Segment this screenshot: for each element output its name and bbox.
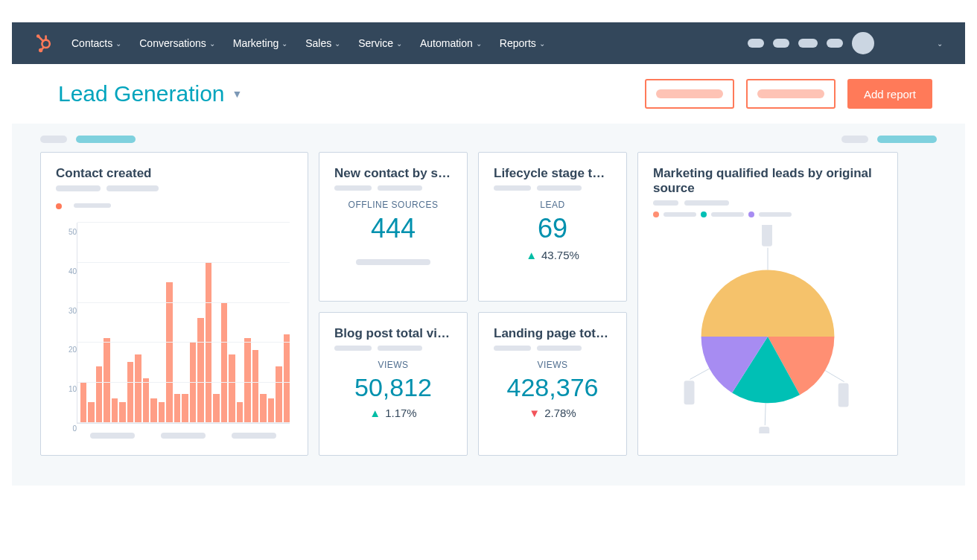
nav-right: ⌄ (748, 32, 943, 54)
dashboard-title-dropdown[interactable]: Lead Generation ▼ (58, 81, 242, 106)
pie-label (762, 225, 772, 246)
bar (135, 354, 141, 422)
nav-service[interactable]: Service⌄ (358, 37, 402, 49)
card-subtitle (56, 185, 293, 191)
header-actions: Add report (645, 79, 932, 109)
card-title: New contact by source (334, 166, 452, 181)
user-avatar[interactable] (852, 32, 874, 54)
nav-marketing[interactable]: Marketing⌄ (233, 37, 287, 49)
bar (213, 394, 219, 422)
page-title-text: Lead Generation (58, 81, 225, 106)
card-title: Marketing qualified leads by original so… (653, 166, 882, 196)
metric-trend: ▲43.75% (494, 249, 611, 261)
pie-legend (653, 211, 882, 217)
card-landing-page-views[interactable]: Landing page total… VIEWS 428,376 ▼2.78% (478, 312, 627, 456)
filter-pill[interactable] (40, 136, 67, 143)
nav-reports[interactable]: Reports⌄ (500, 37, 545, 49)
bar (159, 402, 165, 422)
pie-label (838, 384, 849, 407)
card-title: Landing page total… (494, 326, 611, 341)
filter-pill[interactable] (841, 136, 868, 143)
dashboard-area: Contact created 01020304050 New contact … (12, 124, 965, 486)
add-report-button[interactable]: Add report (847, 79, 932, 109)
bar (229, 354, 235, 422)
chart-legend (56, 199, 293, 212)
pie-label (684, 381, 695, 404)
nav-action[interactable] (773, 39, 789, 48)
page-header: Lead Generation ▼ Add report (0, 64, 977, 118)
card-mql-by-source[interactable]: Marketing qualified leads by original so… (637, 152, 898, 456)
svg-point-5 (39, 49, 42, 51)
chevron-down-icon: ⌄ (396, 39, 402, 48)
svg-point-2 (37, 35, 39, 36)
nav-sales[interactable]: Sales⌄ (305, 37, 340, 49)
card-blog-post-views[interactable]: Blog post total views VIEWS 50,812 ▲1.17… (319, 312, 468, 456)
bar (127, 362, 133, 422)
metric-value: 428,376 (494, 373, 611, 402)
card-title: Contact created (56, 166, 293, 181)
chevron-down-icon: ⌄ (476, 39, 482, 48)
chevron-down-icon: ⌄ (539, 39, 545, 48)
mql-pie-chart (653, 217, 882, 441)
card-lifecycle-stage-totals[interactable]: Lifecycle stage totals LEAD 69 ▲43.75% (478, 152, 627, 302)
bar (276, 366, 281, 422)
bar (284, 334, 290, 422)
nav-contacts[interactable]: Contacts⌄ (71, 37, 121, 49)
bar (104, 338, 109, 422)
chevron-down-icon: ⌄ (115, 39, 121, 48)
metric-label: VIEWS (494, 360, 611, 370)
metric-value: 50,812 (334, 373, 452, 402)
nav-action[interactable] (798, 39, 818, 48)
bar (150, 398, 156, 422)
card-contact-created[interactable]: Contact created 01020304050 (40, 152, 308, 456)
filter-pill-active[interactable] (76, 136, 136, 143)
nav-action[interactable] (748, 39, 764, 48)
pie-label (759, 427, 769, 433)
metric-trend: ▼2.78% (494, 407, 611, 419)
bar (143, 378, 149, 422)
metric-trend: ▲1.17% (334, 407, 452, 419)
chevron-down-icon: ⌄ (281, 39, 287, 48)
metric-label: VIEWS (334, 360, 452, 370)
top-nav: Contacts⌄ Conversations⌄ Marketing⌄ Sale… (12, 22, 965, 64)
hubspot-logo-icon[interactable] (34, 34, 54, 53)
bar (88, 402, 94, 422)
nav-conversations[interactable]: Conversations⌄ (139, 37, 215, 49)
bar (96, 366, 102, 422)
chevron-down-icon: ⌄ (209, 39, 215, 48)
chevron-down-icon: ⌄ (334, 39, 340, 48)
nav-items: Contacts⌄ Conversations⌄ Marketing⌄ Sale… (71, 37, 545, 49)
svg-line-9 (690, 369, 710, 379)
bar (268, 398, 274, 422)
card-new-contact-by-source[interactable]: New contact by source OFFLINE SOURCES 44… (319, 152, 468, 302)
filter-pill-active[interactable] (877, 136, 937, 143)
bar (166, 282, 172, 422)
bar (80, 382, 86, 422)
chevron-down-icon[interactable]: ⌄ (937, 39, 943, 48)
bar (197, 318, 203, 422)
nav-automation[interactable]: Automation⌄ (420, 37, 482, 49)
svg-line-7 (825, 370, 844, 381)
nav-action[interactable] (827, 39, 843, 48)
triangle-up-icon: ▲ (526, 249, 537, 261)
header-outline-button-1[interactable] (645, 79, 734, 109)
bar (244, 338, 250, 422)
bar (112, 398, 118, 422)
x-axis-labels (77, 433, 290, 439)
bar (174, 394, 180, 422)
bar (221, 302, 227, 422)
svg-line-8 (765, 403, 766, 425)
header-outline-button-2[interactable] (746, 79, 836, 109)
pie-slice (701, 270, 835, 337)
bar (252, 350, 258, 422)
bar (119, 402, 125, 422)
card-title: Blog post total views (334, 326, 452, 341)
caret-down-icon: ▼ (232, 88, 243, 100)
metric-label: OFFLINE SOURCES (334, 200, 452, 210)
bar (182, 394, 188, 422)
bar (260, 394, 266, 422)
metric-label: LEAD (494, 200, 611, 210)
cards-grid: Contact created 01020304050 New contact … (40, 152, 937, 456)
metric-value: 444 (334, 213, 452, 244)
bar (237, 402, 243, 422)
